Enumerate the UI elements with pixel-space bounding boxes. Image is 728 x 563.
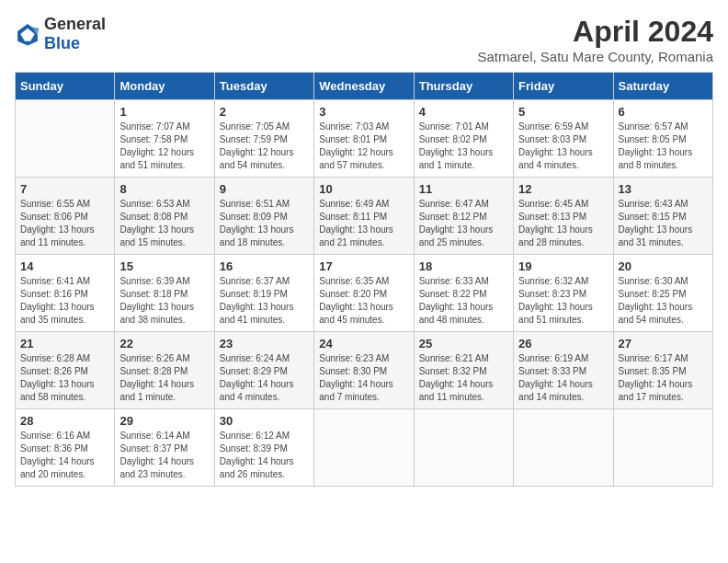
calendar-cell: 12Sunrise: 6:45 AMSunset: 8:13 PMDayligh… — [514, 178, 613, 255]
day-number: 28 — [20, 414, 109, 428]
day-number: 20 — [619, 259, 708, 273]
location-subtitle: Satmarel, Satu Mare County, Romania — [477, 49, 713, 64]
day-info: Sunrise: 6:14 AMSunset: 8:37 PMDaylight:… — [119, 430, 209, 481]
calendar-cell — [16, 100, 115, 178]
calendar-cell: 8Sunrise: 6:53 AMSunset: 8:08 PMDaylight… — [115, 178, 214, 255]
day-number: 27 — [619, 337, 708, 350]
logo-icon — [15, 21, 40, 47]
calendar-cell — [414, 409, 513, 487]
calendar-cell: 23Sunrise: 6:24 AMSunset: 8:29 PMDayligh… — [214, 332, 313, 409]
week-row-2: 7Sunrise: 6:55 AMSunset: 8:06 PMDaylight… — [16, 178, 713, 255]
day-info: Sunrise: 6:37 AMSunset: 8:19 PMDaylight:… — [220, 275, 309, 327]
day-info: Sunrise: 6:12 AMSunset: 8:39 PMDaylight:… — [220, 430, 309, 481]
day-info: Sunrise: 7:07 AMSunset: 7:58 PMDaylight:… — [119, 121, 209, 172]
calendar-cell: 21Sunrise: 6:28 AMSunset: 8:26 PMDayligh… — [16, 332, 115, 409]
calendar-cell: 1Sunrise: 7:07 AMSunset: 7:58 PMDaylight… — [115, 100, 214, 178]
calendar-cell: 20Sunrise: 6:30 AMSunset: 8:25 PMDayligh… — [613, 255, 712, 332]
calendar-cell: 4Sunrise: 7:01 AMSunset: 8:02 PMDaylight… — [414, 100, 513, 178]
day-number: 13 — [619, 182, 708, 196]
day-info: Sunrise: 6:41 AMSunset: 8:16 PMDaylight:… — [20, 275, 109, 327]
day-number: 2 — [220, 105, 309, 119]
calendar-cell: 17Sunrise: 6:35 AMSunset: 8:20 PMDayligh… — [314, 255, 414, 332]
day-info: Sunrise: 6:51 AMSunset: 8:09 PMDaylight:… — [220, 198, 309, 249]
day-info: Sunrise: 6:45 AMSunset: 8:13 PMDaylight:… — [518, 198, 608, 249]
day-number: 19 — [518, 259, 608, 273]
calendar-cell: 29Sunrise: 6:14 AMSunset: 8:37 PMDayligh… — [115, 409, 214, 487]
week-row-3: 14Sunrise: 6:41 AMSunset: 8:16 PMDayligh… — [16, 255, 713, 332]
calendar-cell: 26Sunrise: 6:19 AMSunset: 8:33 PMDayligh… — [514, 332, 613, 409]
day-info: Sunrise: 6:32 AMSunset: 8:23 PMDaylight:… — [518, 275, 608, 327]
col-header-friday: Friday — [514, 73, 613, 100]
day-number: 18 — [419, 259, 508, 273]
day-number: 25 — [419, 337, 508, 350]
col-header-tuesday: Tuesday — [214, 73, 313, 100]
col-header-monday: Monday — [115, 73, 214, 100]
calendar-cell: 7Sunrise: 6:55 AMSunset: 8:06 PMDaylight… — [16, 178, 115, 255]
day-number: 10 — [319, 182, 408, 196]
day-info: Sunrise: 7:03 AMSunset: 8:01 PMDaylight:… — [319, 121, 408, 172]
week-row-5: 28Sunrise: 6:16 AMSunset: 8:36 PMDayligh… — [16, 409, 713, 487]
calendar-cell: 6Sunrise: 6:57 AMSunset: 8:05 PMDaylight… — [613, 100, 712, 178]
calendar-cell: 11Sunrise: 6:47 AMSunset: 8:12 PMDayligh… — [414, 178, 513, 255]
calendar-cell — [613, 409, 712, 487]
day-info: Sunrise: 6:39 AMSunset: 8:18 PMDaylight:… — [119, 275, 209, 327]
day-number: 5 — [518, 105, 608, 119]
calendar-cell: 27Sunrise: 6:17 AMSunset: 8:35 PMDayligh… — [613, 332, 712, 409]
day-info: Sunrise: 6:33 AMSunset: 8:22 PMDaylight:… — [419, 275, 508, 327]
calendar-cell: 28Sunrise: 6:16 AMSunset: 8:36 PMDayligh… — [16, 409, 115, 487]
calendar-cell: 18Sunrise: 6:33 AMSunset: 8:22 PMDayligh… — [414, 255, 513, 332]
calendar-cell: 14Sunrise: 6:41 AMSunset: 8:16 PMDayligh… — [16, 255, 115, 332]
calendar-cell: 19Sunrise: 6:32 AMSunset: 8:23 PMDayligh… — [514, 255, 613, 332]
day-info: Sunrise: 6:21 AMSunset: 8:32 PMDaylight:… — [419, 352, 508, 404]
calendar-cell: 5Sunrise: 6:59 AMSunset: 8:03 PMDaylight… — [514, 100, 613, 178]
day-number: 30 — [220, 414, 309, 428]
day-info: Sunrise: 6:55 AMSunset: 8:06 PMDaylight:… — [20, 198, 109, 249]
logo-text-blue: Blue — [44, 34, 80, 52]
calendar-cell: 15Sunrise: 6:39 AMSunset: 8:18 PMDayligh… — [115, 255, 214, 332]
day-info: Sunrise: 6:35 AMSunset: 8:20 PMDaylight:… — [319, 275, 408, 327]
day-number: 21 — [20, 337, 109, 350]
day-number: 15 — [119, 259, 209, 273]
logo-text-general: General — [44, 15, 106, 33]
day-info: Sunrise: 6:53 AMSunset: 8:08 PMDaylight:… — [119, 198, 209, 249]
calendar-cell: 13Sunrise: 6:43 AMSunset: 8:15 PMDayligh… — [613, 178, 712, 255]
day-info: Sunrise: 7:05 AMSunset: 7:59 PMDaylight:… — [220, 121, 309, 172]
day-info: Sunrise: 6:49 AMSunset: 8:11 PMDaylight:… — [319, 198, 408, 249]
day-number: 3 — [319, 105, 408, 119]
day-info: Sunrise: 7:01 AMSunset: 8:02 PMDaylight:… — [419, 121, 508, 172]
day-info: Sunrise: 6:57 AMSunset: 8:05 PMDaylight:… — [619, 121, 708, 172]
day-number: 16 — [220, 259, 309, 273]
title-block: April 2024 Satmarel, Satu Mare County, R… — [477, 15, 713, 64]
day-info: Sunrise: 6:26 AMSunset: 8:28 PMDaylight:… — [119, 352, 209, 404]
calendar-cell: 30Sunrise: 6:12 AMSunset: 8:39 PMDayligh… — [214, 409, 313, 487]
col-header-wednesday: Wednesday — [314, 73, 414, 100]
day-number: 1 — [119, 105, 209, 119]
day-number: 6 — [619, 105, 708, 119]
page-header: General Blue April 2024 Satmarel, Satu M… — [15, 15, 713, 64]
calendar-cell: 2Sunrise: 7:05 AMSunset: 7:59 PMDaylight… — [214, 100, 313, 178]
day-number: 22 — [119, 337, 209, 350]
col-header-sunday: Sunday — [16, 73, 115, 100]
day-info: Sunrise: 6:24 AMSunset: 8:29 PMDaylight:… — [220, 352, 309, 404]
day-number: 17 — [319, 259, 408, 273]
day-info: Sunrise: 6:19 AMSunset: 8:33 PMDaylight:… — [518, 352, 608, 404]
calendar-header-row: SundayMondayTuesdayWednesdayThursdayFrid… — [16, 73, 713, 100]
calendar-table: SundayMondayTuesdayWednesdayThursdayFrid… — [15, 72, 713, 487]
day-info: Sunrise: 6:47 AMSunset: 8:12 PMDaylight:… — [419, 198, 508, 249]
calendar-cell: 10Sunrise: 6:49 AMSunset: 8:11 PMDayligh… — [314, 178, 414, 255]
week-row-1: 1Sunrise: 7:07 AMSunset: 7:58 PMDaylight… — [16, 100, 713, 178]
col-header-saturday: Saturday — [613, 73, 712, 100]
week-row-4: 21Sunrise: 6:28 AMSunset: 8:26 PMDayligh… — [16, 332, 713, 409]
calendar-cell: 22Sunrise: 6:26 AMSunset: 8:28 PMDayligh… — [115, 332, 214, 409]
day-info: Sunrise: 6:23 AMSunset: 8:30 PMDaylight:… — [319, 352, 408, 404]
calendar-cell: 25Sunrise: 6:21 AMSunset: 8:32 PMDayligh… — [414, 332, 513, 409]
day-number: 9 — [220, 182, 309, 196]
day-number: 4 — [419, 105, 508, 119]
day-info: Sunrise: 6:28 AMSunset: 8:26 PMDaylight:… — [20, 352, 109, 404]
calendar-cell — [514, 409, 613, 487]
day-number: 12 — [518, 182, 608, 196]
calendar-cell: 9Sunrise: 6:51 AMSunset: 8:09 PMDaylight… — [214, 178, 313, 255]
day-number: 11 — [419, 182, 508, 196]
day-info: Sunrise: 6:43 AMSunset: 8:15 PMDaylight:… — [619, 198, 708, 249]
calendar-cell: 16Sunrise: 6:37 AMSunset: 8:19 PMDayligh… — [214, 255, 313, 332]
